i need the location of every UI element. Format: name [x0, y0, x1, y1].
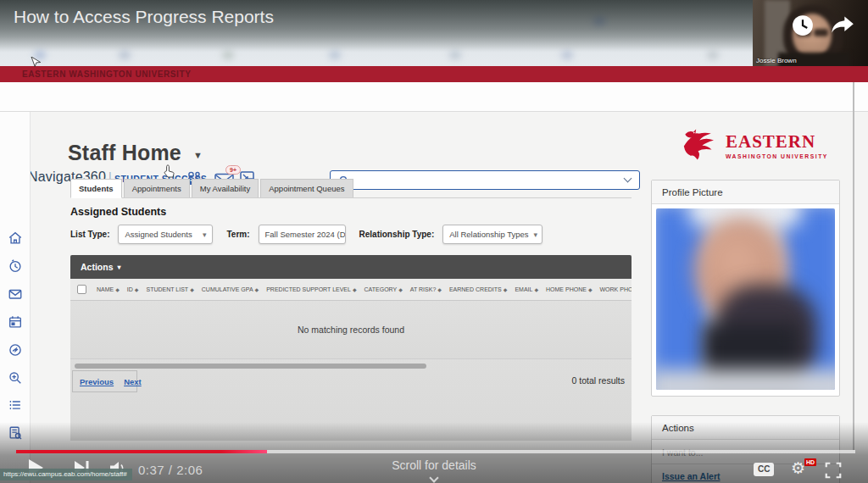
sort-icon: ◆	[190, 286, 194, 292]
column-header[interactable]: PREDICTED SUPPORT LEVEL◆	[266, 286, 356, 292]
previous-button[interactable]: Previous	[80, 377, 114, 386]
column-header[interactable]: NAME◆	[97, 286, 120, 292]
mouse-cursor-hand	[163, 164, 175, 178]
fullscreen-icon[interactable]	[824, 461, 843, 480]
sort-icon: ◆	[255, 286, 259, 292]
captions-button[interactable]: CC	[754, 463, 774, 476]
tab-bar: Students Appointments My Availability Ap…	[70, 179, 632, 198]
watch-later-icon[interactable]	[790, 13, 815, 38]
captured-screen: EASTERN WASHINGTON UNIVERSITY Navigate36…	[0, 0, 868, 483]
tab-my-availability[interactable]: My Availability	[192, 179, 259, 197]
relationship-type-label: Relationship Type:	[359, 230, 435, 239]
term-label: Term:	[226, 230, 249, 239]
page-title-dropdown[interactable]: Staff Home ▼	[68, 141, 203, 165]
share-icon[interactable]	[831, 14, 854, 36]
advanced-search-icon[interactable]	[8, 370, 23, 386]
webcam-name-label: Jossie Brown	[756, 57, 797, 64]
term-value: Fall Semester 2024 (D...	[265, 230, 346, 239]
term-select[interactable]: Fall Semester 2024 (D... ▾	[259, 225, 346, 244]
sort-icon: ◆	[437, 286, 442, 292]
select-caret-icon: ▾	[534, 230, 538, 239]
students-table: Actions ▾ NAME◆ ID◆ STUDENT LIST◆ CUMULA…	[70, 255, 632, 441]
logo-line2: WASHINGTON UNIVERSITY	[726, 153, 828, 159]
select-caret-icon: ▾	[203, 230, 207, 239]
sort-icon: ◆	[115, 286, 120, 292]
page-title: Staff Home	[68, 141, 181, 165]
sort-icon: ◆	[504, 286, 508, 292]
calendar-icon[interactable]	[8, 314, 23, 330]
sort-icon: ◆	[353, 286, 357, 292]
actions-label: Actions	[81, 262, 114, 272]
table-header-row: NAME◆ ID◆ STUDENT LIST◆ CUMULATIVE GPA◆ …	[70, 279, 632, 301]
sort-icon: ◆	[534, 286, 538, 292]
lists-icon[interactable]	[8, 397, 23, 413]
column-header[interactable]: STUDENT LIST◆	[146, 286, 193, 292]
browser-scrollbar[interactable]	[853, 82, 854, 450]
video-progress-bar[interactable]	[16, 450, 855, 453]
progress-played	[16, 450, 267, 453]
select-all-checkbox[interactable]	[77, 285, 86, 294]
scrollbar-thumb[interactable]	[75, 364, 426, 369]
column-header[interactable]: ID◆	[127, 286, 139, 292]
logo-line1: EASTERN	[726, 131, 828, 153]
sort-icon: ◆	[398, 286, 403, 292]
column-header[interactable]: WORK PHONE◆	[600, 286, 632, 292]
tab-students[interactable]: Students	[70, 179, 122, 198]
horizontal-scrollbar[interactable]	[75, 364, 626, 370]
email-icon[interactable]	[8, 286, 23, 302]
results-count: 0 total results	[572, 375, 625, 386]
sort-icon: ◆	[588, 286, 593, 292]
caret-down-icon: ▾	[118, 264, 121, 271]
glasses	[814, 29, 828, 36]
status-url-tooltip: https://ewu.campus.eab.com/home/staff#	[0, 469, 132, 480]
list-type-value: Assigned Students	[125, 230, 192, 239]
app-header: Navigate360 | STUDENT SUCCESS 9+	[0, 82, 868, 112]
next-button[interactable]: Next	[124, 377, 142, 386]
relationship-type-value: All Relationship Types	[449, 230, 528, 239]
profile-panel-title: Profile Picture	[652, 180, 839, 204]
actions-dropdown[interactable]: Actions ▾	[70, 255, 632, 279]
list-type-select[interactable]: Assigned Students ▾	[118, 225, 213, 244]
tab-appointments[interactable]: Appointments	[124, 179, 190, 197]
pagination: Previous Next	[72, 370, 137, 392]
mouse-cursor-arrow	[31, 57, 42, 69]
list-type-label: List Type:	[70, 230, 109, 239]
profile-picture-panel: Profile Picture	[651, 180, 840, 397]
column-header[interactable]: AT RISK?◆	[410, 286, 442, 292]
column-header[interactable]: EARNED CREDITS◆	[449, 286, 507, 292]
sort-icon: ◆	[135, 286, 139, 292]
section-title: Assigned Students	[70, 206, 166, 218]
hd-badge: HD	[804, 458, 816, 466]
eagle-icon	[680, 127, 721, 163]
caret-down-icon[interactable]: ▼	[193, 147, 203, 160]
column-header[interactable]: CATEGORY◆	[364, 286, 403, 292]
reporting-icon[interactable]	[8, 342, 23, 358]
settings-gear-icon[interactable]: ⚙HD	[791, 458, 805, 478]
empty-message: No matching records found	[298, 325, 404, 335]
clock-icon[interactable]	[8, 258, 23, 274]
column-header[interactable]: EMAIL◆	[515, 286, 538, 292]
home-icon[interactable]	[8, 230, 23, 246]
tab-appointment-queues[interactable]: Appointment Queues	[260, 179, 353, 197]
column-header[interactable]: HOME PHONE◆	[546, 286, 592, 292]
video-title[interactable]: How to Access Progress Reports	[14, 7, 274, 27]
column-header[interactable]: CUMULATIVE GPA◆	[202, 286, 259, 292]
video-player: EASTERN WASHINGTON UNIVERSITY Navigate36…	[0, 0, 868, 483]
university-banner: EASTERN WASHINGTON UNIVERSITY	[0, 66, 868, 82]
university-logo: EASTERN WASHINGTON UNIVERSITY	[680, 127, 828, 163]
table-empty-state: No matching records found	[70, 301, 632, 359]
relationship-type-select[interactable]: All Relationship Types ▾	[442, 225, 542, 244]
profile-photo-blurred	[656, 208, 835, 390]
filter-row: List Type: Assigned Students ▾ Term: Fal…	[70, 225, 542, 244]
